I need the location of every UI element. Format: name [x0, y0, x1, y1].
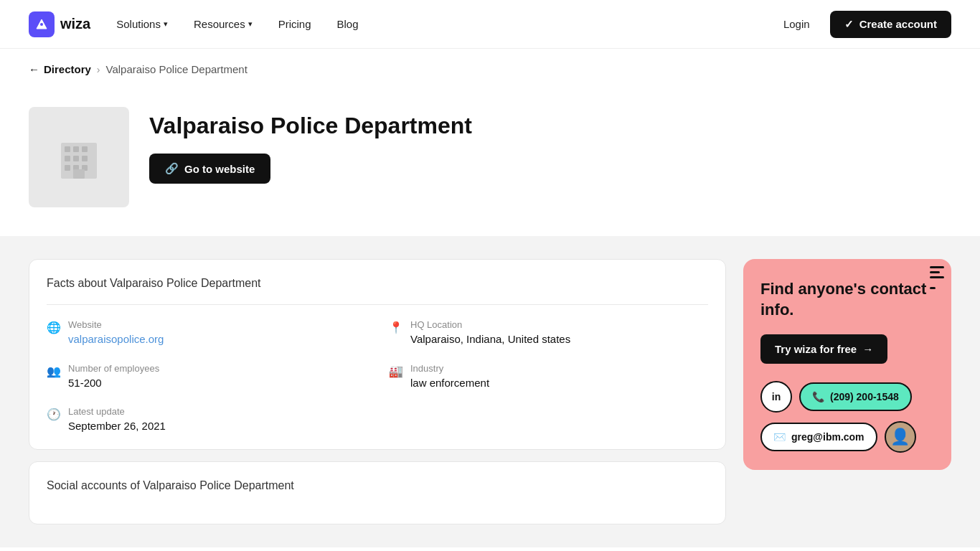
svg-point-0 — [40, 23, 43, 26]
facts-card: Facts about Valparaiso Police Department… — [29, 259, 726, 450]
social-title: Social accounts of Valparaiso Police Dep… — [47, 479, 708, 492]
website-label: Website — [68, 319, 164, 330]
svg-rect-5 — [65, 156, 70, 161]
promo-card: Find anyone's contact info. Try wiza for… — [743, 259, 951, 470]
back-arrow-icon: ← — [29, 63, 39, 75]
industry-icon: 🏭 — [389, 364, 403, 378]
email-icon: ✉️ — [773, 431, 786, 443]
email-bubble: ✉️ greg@ibm.com — [760, 423, 877, 451]
create-account-button[interactable]: ✓ Create account — [830, 11, 951, 38]
svg-rect-6 — [73, 156, 79, 161]
svg-rect-8 — [65, 165, 70, 171]
blog-nav-link[interactable]: Blog — [337, 18, 359, 30]
facts-grid: 🌐 Website valparaisopolice.org 📍 HQ Loca… — [47, 319, 708, 432]
latest-update-value: September 26, 2021 — [68, 420, 166, 432]
clock-icon: 🕐 — [47, 408, 61, 421]
go-to-website-button[interactable]: 🔗 Go to website — [149, 154, 270, 184]
try-wiza-button[interactable]: Try wiza for free → — [760, 334, 887, 364]
website-link[interactable]: valparaisopolice.org — [68, 333, 164, 345]
promo-title: Find anyone's contact info. — [760, 279, 934, 320]
location-icon: 📍 — [389, 321, 403, 334]
deco-line-1 — [930, 266, 944, 268]
employees-icon: 👥 — [47, 364, 61, 378]
linkedin-bubble: in — [760, 381, 792, 413]
hq-value: Valparaiso, Indiana, United states — [410, 333, 570, 345]
svg-rect-2 — [65, 146, 70, 152]
deco-line-4 — [930, 287, 936, 289]
latest-update-label: Latest update — [68, 406, 166, 417]
fact-latest-update: 🕐 Latest update September 26, 2021 — [47, 406, 366, 432]
right-column: Find anyone's contact info. Try wiza for… — [743, 259, 951, 470]
navbar: wiza Solutions Resources Pricing Blog Lo… — [0, 0, 980, 49]
svg-rect-4 — [82, 146, 88, 152]
employees-value: 51-200 — [68, 377, 159, 389]
promo-linkedin-row: in 📞 (209) 200-1548 — [760, 381, 934, 413]
solutions-nav-link[interactable]: Solutions — [116, 18, 168, 30]
phone-icon: 📞 — [812, 391, 824, 402]
breadcrumb-back-link[interactable]: ← Directory — [29, 63, 91, 75]
hq-label: HQ Location — [410, 319, 570, 330]
promo-email-row: ✉️ greg@ibm.com 👤 — [760, 421, 934, 453]
svg-rect-11 — [73, 169, 85, 179]
svg-rect-7 — [82, 156, 88, 161]
facts-divider — [47, 304, 708, 305]
left-column: Facts about Valparaiso Police Department… — [29, 259, 726, 524]
social-card: Social accounts of Valparaiso Police Dep… — [29, 461, 726, 524]
link-icon: 🔗 — [165, 162, 179, 175]
industry-value: law enforcement — [410, 377, 489, 389]
breadcrumb: ← Directory › Valparaiso Police Departme… — [0, 49, 980, 90]
pricing-nav-link[interactable]: Pricing — [278, 18, 311, 30]
phone-bubble: 📞 (209) 200-1548 — [799, 382, 912, 411]
decorative-lines — [930, 266, 944, 289]
login-button[interactable]: Login — [775, 12, 819, 36]
logo[interactable]: wiza — [29, 11, 90, 37]
deco-line-3 — [930, 276, 944, 278]
breadcrumb-current: Valparaiso Police Department — [106, 63, 248, 75]
facts-title: Facts about Valparaiso Police Department — [47, 277, 708, 290]
avatar-bubble: 👤 — [885, 421, 916, 453]
deco-line-2 — [930, 271, 940, 273]
resources-nav-link[interactable]: Resources — [194, 18, 253, 30]
website-icon: 🌐 — [47, 321, 61, 334]
company-name: Valparaiso Police Department — [149, 113, 472, 139]
logo-icon — [29, 11, 55, 37]
employees-label: Number of employees — [68, 363, 159, 374]
logo-text: wiza — [60, 16, 90, 32]
svg-rect-3 — [73, 146, 79, 152]
promo-contacts: in 📞 (209) 200-1548 ✉️ greg@ibm.com 👤 — [760, 381, 934, 453]
fact-website: 🌐 Website valparaisopolice.org — [47, 319, 366, 346]
main-content: Facts about Valparaiso Police Department… — [0, 236, 980, 547]
fact-hq: 📍 HQ Location Valparaiso, Indiana, Unite… — [389, 319, 708, 346]
breadcrumb-separator: › — [97, 64, 100, 75]
arrow-icon: → — [862, 343, 873, 355]
company-logo — [29, 107, 129, 207]
checkmark-icon: ✓ — [844, 18, 854, 31]
fact-industry: 🏭 Industry law enforcement — [389, 363, 708, 389]
fact-employees: 👥 Number of employees 51-200 — [47, 363, 366, 389]
company-hero: Valparaiso Police Department 🔗 Go to web… — [0, 90, 980, 236]
industry-label: Industry — [410, 363, 489, 374]
avatar-image: 👤 — [890, 428, 910, 446]
company-info: Valparaiso Police Department 🔗 Go to web… — [149, 107, 472, 184]
